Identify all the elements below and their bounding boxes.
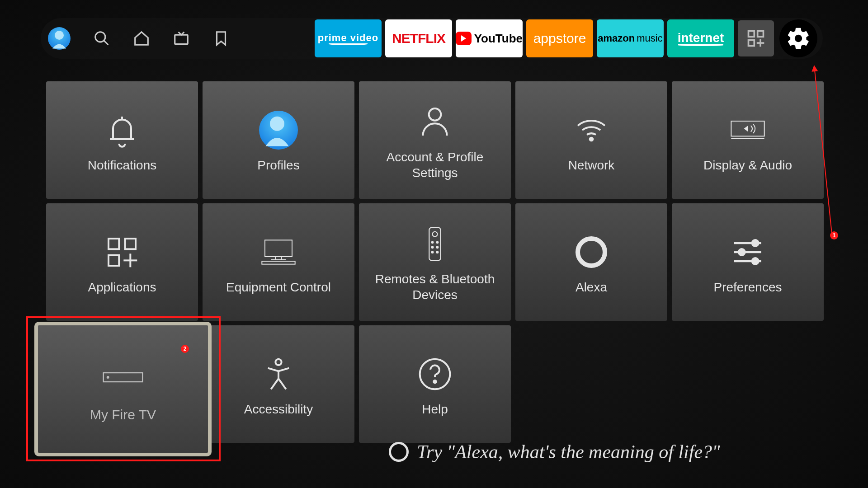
alexa-hint-text: Try "Alexa, what's the meaning of life?" xyxy=(417,441,720,463)
svg-rect-5 xyxy=(758,31,764,37)
tile-profiles-label: Profiles xyxy=(248,157,308,173)
svg-rect-15 xyxy=(125,239,136,249)
home-icon xyxy=(133,30,150,47)
bookmark-button[interactable] xyxy=(212,30,230,47)
tile-notifications-label: Notifications xyxy=(79,157,166,173)
svg-point-31 xyxy=(437,251,439,253)
svg-point-11 xyxy=(590,137,593,141)
svg-rect-24 xyxy=(429,228,440,261)
help-icon xyxy=(417,356,453,392)
tile-remotes-label: Remotes & Bluetooth Devices xyxy=(359,271,511,303)
svg-rect-42 xyxy=(104,373,143,382)
svg-point-43 xyxy=(107,377,108,378)
app-prime-video-label: prime video xyxy=(318,32,378,44)
equipment-icon xyxy=(260,234,297,270)
tile-equipment-label: Equipment Control xyxy=(217,279,340,295)
annotation-marker-2: 2 xyxy=(181,345,189,353)
app-internet-label: internet xyxy=(678,31,724,45)
tile-profiles[interactable]: Profiles xyxy=(203,81,354,199)
app-prime-video[interactable]: prime video xyxy=(315,19,382,57)
tile-equipment-control[interactable]: Equipment Control xyxy=(203,203,354,321)
tile-preferences[interactable]: Preferences xyxy=(672,203,824,321)
tile-remotes-bluetooth[interactable]: Remotes & Bluetooth Devices xyxy=(359,203,511,321)
alexa-ring-icon xyxy=(573,234,609,270)
svg-point-29 xyxy=(437,246,439,248)
live-tv-button[interactable] xyxy=(173,30,190,47)
profile-avatar-button[interactable] xyxy=(48,27,71,50)
nav-left-group xyxy=(46,27,230,50)
youtube-play-icon xyxy=(456,32,472,45)
apps-grid-button[interactable] xyxy=(738,20,774,56)
tile-accessibility-label: Accessibility xyxy=(235,401,322,417)
accessibility-icon xyxy=(260,356,297,392)
app-amazon-music[interactable]: amazon music xyxy=(597,19,664,57)
tile-preferences-label: Preferences xyxy=(705,279,791,295)
svg-line-2 xyxy=(104,41,108,45)
profile-avatar-icon xyxy=(48,27,71,50)
svg-point-0 xyxy=(55,31,64,40)
app-internet[interactable]: internet xyxy=(667,19,734,57)
svg-point-10 xyxy=(429,108,441,121)
remote-icon xyxy=(417,226,453,262)
apps-grid-icon xyxy=(746,28,766,48)
tv-icon xyxy=(173,30,190,47)
alexa-hint-bar: Try "Alexa, what's the meaning of life?" xyxy=(389,441,841,463)
tile-display-audio[interactable]: Display & Audio xyxy=(672,81,824,199)
app-youtube-label: YouTube xyxy=(474,32,523,46)
svg-point-25 xyxy=(433,232,438,237)
search-button[interactable] xyxy=(93,30,110,47)
app-youtube[interactable]: YouTube xyxy=(456,19,523,57)
svg-point-28 xyxy=(432,246,434,248)
svg-point-1 xyxy=(95,32,105,42)
display-audio-icon xyxy=(730,112,766,148)
home-button[interactable] xyxy=(133,30,150,47)
tile-alexa[interactable]: Alexa xyxy=(515,203,667,321)
svg-point-32 xyxy=(578,239,605,266)
tile-account-label: Account & Profile Settings xyxy=(359,149,511,181)
tile-display-audio-label: Display & Audio xyxy=(694,157,801,173)
top-nav-bar: prime video NETFLIX YouTube appstore ama… xyxy=(41,18,823,59)
wifi-icon xyxy=(573,112,609,148)
applications-icon xyxy=(104,234,140,270)
settings-button[interactable] xyxy=(779,19,817,57)
svg-point-36 xyxy=(739,249,745,255)
svg-point-30 xyxy=(432,251,434,253)
app-music-label-left: amazon xyxy=(598,33,635,44)
user-icon xyxy=(417,104,453,140)
fire-tv-box-icon xyxy=(100,366,146,388)
svg-point-38 xyxy=(752,258,758,264)
internet-swoosh-icon xyxy=(678,44,723,46)
svg-rect-3 xyxy=(175,35,188,44)
svg-rect-23 xyxy=(262,261,295,264)
tile-alexa-label: Alexa xyxy=(566,279,616,295)
svg-point-39 xyxy=(275,359,281,365)
tile-applications[interactable]: Applications xyxy=(46,203,198,321)
bookmark-icon xyxy=(212,30,230,47)
app-shortcut-row: prime video NETFLIX YouTube appstore ama… xyxy=(315,19,817,57)
app-music-label-right: music xyxy=(637,33,662,44)
app-netflix-label: NETFLIX xyxy=(392,31,445,46)
tile-network-label: Network xyxy=(559,157,624,173)
prime-swoosh-icon xyxy=(329,43,368,45)
app-netflix[interactable]: NETFLIX xyxy=(385,19,452,57)
search-icon xyxy=(93,30,110,47)
svg-point-26 xyxy=(432,242,434,244)
tile-my-fire-tv[interactable]: My Fire TV xyxy=(34,322,212,456)
sliders-icon xyxy=(730,234,766,270)
alexa-hint-ring-icon xyxy=(389,442,409,462)
annotation-marker-1: 1 xyxy=(830,231,838,239)
svg-rect-4 xyxy=(749,31,755,37)
app-appstore-label: appstore xyxy=(533,31,586,46)
tile-notifications[interactable]: Notifications xyxy=(46,81,198,199)
tile-help[interactable]: Help xyxy=(359,325,511,443)
tile-network[interactable]: Network xyxy=(515,81,667,199)
svg-rect-16 xyxy=(108,255,119,265)
tile-my-fire-tv-label: My Fire TV xyxy=(81,406,165,423)
svg-point-9 xyxy=(270,116,284,131)
svg-rect-6 xyxy=(749,40,755,46)
tile-applications-label: Applications xyxy=(79,279,165,295)
tile-accessibility[interactable]: Accessibility xyxy=(203,325,354,443)
app-appstore[interactable]: appstore xyxy=(526,19,593,57)
tile-account-profile-settings[interactable]: Account & Profile Settings xyxy=(359,81,511,199)
gear-icon xyxy=(786,26,811,51)
